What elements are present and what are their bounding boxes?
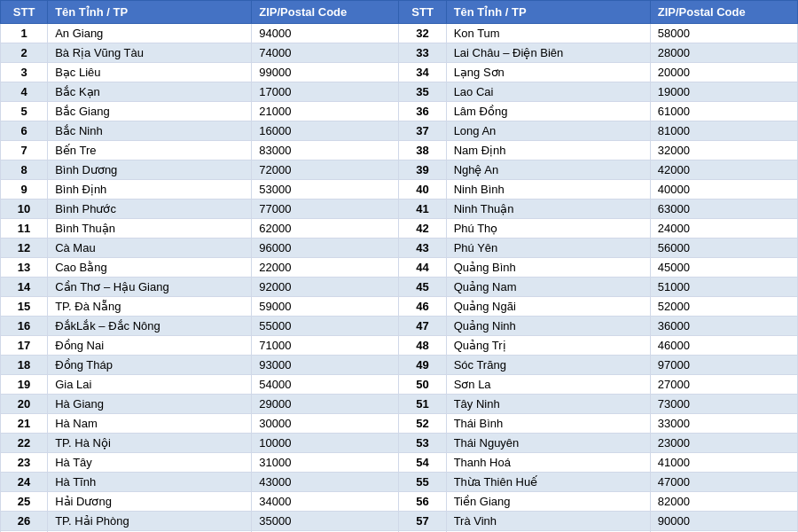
header-zip-right: ZIP/Postal Code — [650, 1, 797, 24]
row-stt-left: 16 — [1, 317, 48, 336]
row-stt-left: 15 — [1, 297, 48, 317]
row-stt-right: 42 — [399, 219, 446, 239]
row-stt-left: 3 — [1, 63, 48, 82]
row-zip-right: 61000 — [650, 102, 797, 121]
row-name-left: Đồng Tháp — [48, 356, 252, 375]
row-stt-right: 48 — [399, 336, 446, 356]
row-name-left: Bến Tre — [48, 141, 252, 160]
row-zip-right: 23000 — [650, 434, 797, 453]
row-zip-right: 52000 — [650, 297, 797, 317]
row-zip-right: 32000 — [650, 141, 797, 160]
row-zip-right: 20000 — [650, 63, 797, 82]
row-name-left: Đồng Nai — [48, 336, 252, 356]
row-name-right: Tiền Giang — [446, 492, 650, 512]
row-stt-right: 51 — [399, 395, 446, 414]
row-name-left: Bà Rịa Vũng Tàu — [48, 43, 252, 63]
row-zip-right: 19000 — [650, 82, 797, 102]
row-zip-left: 72000 — [252, 160, 399, 180]
row-name-right: Quảng Bình — [446, 258, 650, 278]
row-stt-left: 25 — [1, 492, 48, 512]
row-name-right: Trà Vinh — [446, 512, 650, 531]
row-stt-right: 49 — [399, 356, 446, 375]
row-zip-right: 63000 — [650, 200, 797, 219]
row-stt-right: 56 — [399, 492, 446, 512]
row-zip-right: 97000 — [650, 356, 797, 375]
row-stt-left: 5 — [1, 102, 48, 121]
row-stt-left: 19 — [1, 375, 48, 395]
row-stt-left: 14 — [1, 278, 48, 297]
row-zip-right: 82000 — [650, 492, 797, 512]
row-zip-left: 21000 — [252, 102, 399, 121]
row-stt-left: 8 — [1, 160, 48, 180]
row-name-right: Sóc Trăng — [446, 356, 650, 375]
row-stt-left: 24 — [1, 473, 48, 492]
header-name-right: Tên Tỉnh / TP — [446, 1, 650, 24]
row-zip-left: 59000 — [252, 297, 399, 317]
header-zip-left: ZIP/Postal Code — [252, 1, 399, 24]
row-zip-right: 47000 — [650, 473, 797, 492]
row-name-right: Quảng Trị — [446, 336, 650, 356]
row-zip-left: 93000 — [252, 356, 399, 375]
row-name-right: Thái Bình — [446, 414, 650, 434]
row-zip-right: 36000 — [650, 317, 797, 336]
row-zip-right: 41000 — [650, 453, 797, 473]
row-name-left: Bắc Ninh — [48, 121, 252, 141]
row-name-right: Lạng Sơn — [446, 63, 650, 82]
row-stt-right: 34 — [399, 63, 446, 82]
row-stt-left: 17 — [1, 336, 48, 356]
row-stt-left: 6 — [1, 121, 48, 141]
row-stt-right: 54 — [399, 453, 446, 473]
row-stt-left: 23 — [1, 453, 48, 473]
row-stt-right: 53 — [399, 434, 446, 453]
row-stt-left: 11 — [1, 219, 48, 239]
row-name-left: Hải Dương — [48, 492, 252, 512]
row-zip-left: 96000 — [252, 239, 399, 258]
row-name-right: Phú Thọ — [446, 219, 650, 239]
row-stt-right: 32 — [399, 24, 446, 43]
row-zip-right: 90000 — [650, 512, 797, 531]
row-zip-left: 22000 — [252, 258, 399, 278]
row-name-left: Bắc Kạn — [48, 82, 252, 102]
row-zip-right: 46000 — [650, 336, 797, 356]
row-name-right: Thái Nguyên — [446, 434, 650, 453]
row-stt-right: 33 — [399, 43, 446, 63]
row-name-left: ĐắkLắk – Đắc Nông — [48, 317, 252, 336]
row-stt-right: 39 — [399, 160, 446, 180]
row-name-left: Bạc Liêu — [48, 63, 252, 82]
row-stt-left: 12 — [1, 239, 48, 258]
row-zip-left: 74000 — [252, 43, 399, 63]
row-stt-right: 45 — [399, 278, 446, 297]
row-stt-left: 13 — [1, 258, 48, 278]
row-zip-left: 10000 — [252, 434, 399, 453]
row-stt-right: 36 — [399, 102, 446, 121]
row-zip-left: 43000 — [252, 473, 399, 492]
row-name-right: Sơn La — [446, 375, 650, 395]
row-name-left: Bắc Giang — [48, 102, 252, 121]
row-zip-right: 24000 — [650, 219, 797, 239]
row-name-left: Hà Giang — [48, 395, 252, 414]
header-stt-left: STT — [1, 1, 48, 24]
row-zip-left: 17000 — [252, 82, 399, 102]
row-name-right: Long An — [446, 121, 650, 141]
row-stt-right: 41 — [399, 200, 446, 219]
row-name-left: TP. Hà Nội — [48, 434, 252, 453]
row-name-right: Quảng Ngãi — [446, 297, 650, 317]
row-zip-left: 53000 — [252, 180, 399, 200]
row-name-left: Bình Phước — [48, 200, 252, 219]
row-name-right: Quảng Ninh — [446, 317, 650, 336]
row-stt-left: 4 — [1, 82, 48, 102]
row-stt-right: 50 — [399, 375, 446, 395]
row-name-left: Hà Nam — [48, 414, 252, 434]
row-zip-right: 28000 — [650, 43, 797, 63]
row-name-left: Bình Thuận — [48, 219, 252, 239]
row-stt-right: 46 — [399, 297, 446, 317]
row-stt-left: 2 — [1, 43, 48, 63]
row-stt-right: 57 — [399, 512, 446, 531]
row-stt-left: 10 — [1, 200, 48, 219]
row-name-left: Bình Định — [48, 180, 252, 200]
row-zip-left: 54000 — [252, 375, 399, 395]
row-name-left: An Giang — [48, 24, 252, 43]
row-zip-left: 94000 — [252, 24, 399, 43]
row-zip-left: 77000 — [252, 200, 399, 219]
row-name-right: Phú Yên — [446, 239, 650, 258]
